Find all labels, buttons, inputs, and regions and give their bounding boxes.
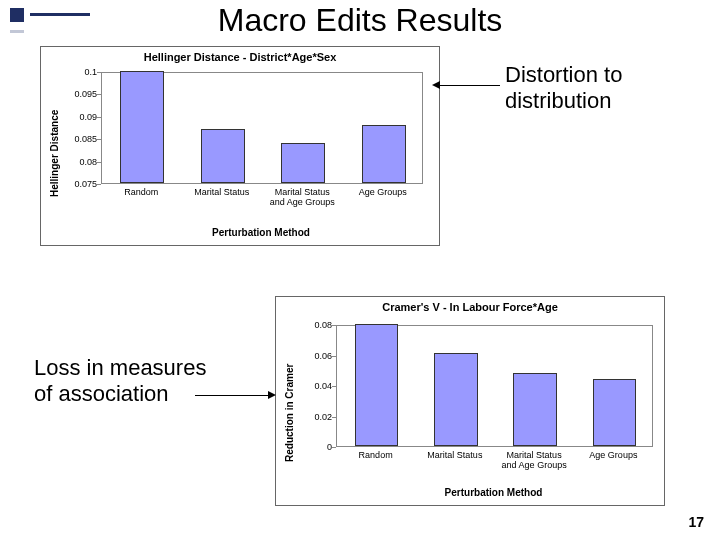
chart2-plotarea: [336, 325, 653, 447]
xcat-label: Age Groups: [345, 188, 421, 198]
page-title: Macro Edits Results: [0, 2, 720, 39]
xcat-label: Age Groups: [576, 451, 651, 461]
bar: [593, 379, 637, 446]
ytick-mark: [97, 94, 101, 95]
ytick-label: 0.09: [67, 112, 97, 122]
arrow-association-head: [268, 391, 276, 399]
ytick-mark: [97, 139, 101, 140]
ytick-label: 0.085: [67, 134, 97, 144]
annotation-distortion: Distortion to distribution: [505, 62, 622, 115]
ytick-label: 0.1: [67, 67, 97, 77]
chart2-xlabel: Perturbation Method: [336, 487, 651, 498]
xcat-label: Marital Status and Age Groups: [496, 451, 571, 471]
ytick-label: 0.08: [302, 320, 332, 330]
arrow-distortion: [440, 85, 500, 86]
chart2-ylabel: Reduction in Cramer: [284, 364, 295, 462]
ytick-mark: [332, 356, 336, 357]
xcat-label: Marital Status and Age Groups: [264, 188, 340, 208]
ytick-mark: [332, 447, 336, 448]
bar: [513, 373, 557, 446]
chart1-plotarea: [101, 72, 423, 184]
chart1-xlabel: Perturbation Method: [101, 227, 421, 238]
bar: [355, 324, 399, 446]
xcat-label: Marital Status: [417, 451, 492, 461]
chart-cramer: Cramer's V - In Labour Force*Age Reducti…: [275, 296, 665, 506]
ytick-mark: [332, 325, 336, 326]
ytick-mark: [332, 417, 336, 418]
annotation-association: Loss in measures of association: [34, 355, 206, 408]
xcat-label: Random: [103, 188, 179, 198]
ytick-label: 0.075: [67, 179, 97, 189]
chart-hellinger: Hellinger Distance - District*Age*Sex He…: [40, 46, 440, 246]
ytick-label: 0: [302, 442, 332, 452]
ytick-mark: [332, 386, 336, 387]
page-number: 17: [688, 514, 704, 530]
ytick-label: 0.04: [302, 381, 332, 391]
slide: Macro Edits Results Hellinger Distance -…: [0, 0, 720, 540]
bar: [120, 71, 164, 183]
bar: [201, 129, 245, 183]
ytick-mark: [97, 117, 101, 118]
bar: [434, 353, 478, 446]
ytick-label: 0.095: [67, 89, 97, 99]
ytick-mark: [97, 72, 101, 73]
chart1-ylabel: Hellinger Distance: [49, 110, 60, 197]
chart2-title: Cramer's V - In Labour Force*Age: [276, 297, 664, 313]
bar: [281, 143, 325, 183]
ytick-mark: [97, 162, 101, 163]
bar: [362, 125, 406, 183]
xcat-label: Random: [338, 451, 413, 461]
xcat-label: Marital Status: [184, 188, 260, 198]
chart1-title: Hellinger Distance - District*Age*Sex: [41, 47, 439, 63]
ytick-mark: [97, 184, 101, 185]
ytick-label: 0.08: [67, 157, 97, 167]
ytick-label: 0.06: [302, 351, 332, 361]
ytick-label: 0.02: [302, 412, 332, 422]
arrow-association: [195, 395, 268, 396]
arrow-distortion-head: [432, 81, 440, 89]
